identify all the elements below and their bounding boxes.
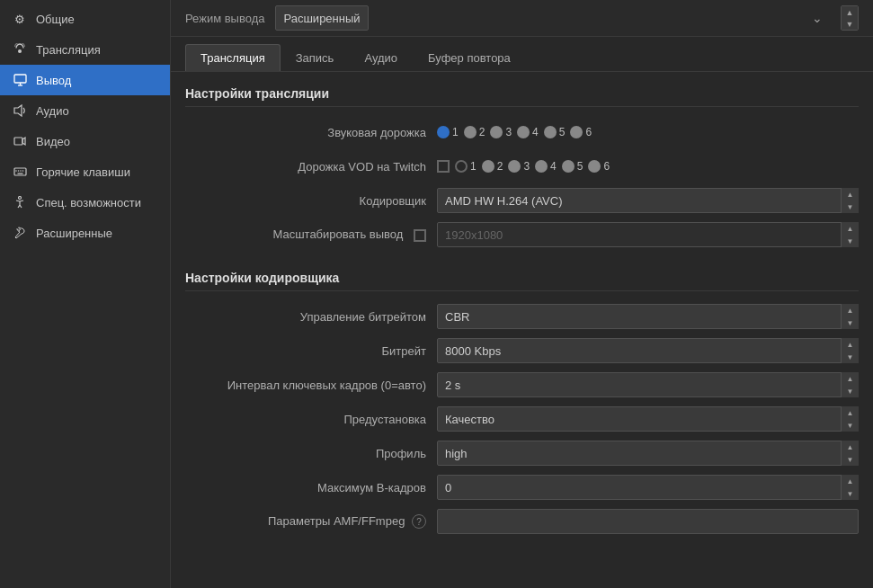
encoder-row: Кодировщик AMD HW H.264 (AVC) ▲ ▼ [185,188,859,213]
output-mode-down[interactable]: ▼ [842,18,858,30]
svg-marker-6 [22,138,25,145]
broadcast-icon [13,42,27,57]
audio-radio-3[interactable] [490,126,503,138]
streaming-settings-section: Настройки трансляции Звуковая дорожка 1 … [185,86,859,247]
audio-track-control: 1 2 3 4 [437,126,859,138]
vod-track-1[interactable]: 1 [455,160,477,173]
bitrate-control-select[interactable]: CBR [437,304,859,329]
bitrate-control-spinner: ▲ ▼ [841,304,859,329]
bitrate-down[interactable]: ▼ [842,351,859,363]
preset-row: Предустановка Качество ▲ ▼ [185,406,859,432]
bitrate-input[interactable] [437,338,859,363]
scale-output-input[interactable] [437,222,859,247]
keyframe-row: Интервал ключевых кадров (0=авто) ▲ ▼ [185,372,859,397]
audio-radio-label-6: 6 [585,126,592,138]
vod-radio-6[interactable] [588,160,601,173]
keyframe-up[interactable]: ▲ [842,372,859,385]
sidebar-item-accessibility[interactable]: Спец. возможности [0,187,170,218]
sidebar-item-audio[interactable]: Аудио [0,95,170,126]
max-b-input[interactable] [437,475,859,500]
bitrate-control-row: Управление битрейтом CBR ▲ ▼ [185,304,859,329]
output-mode-wrapper: Расширенный Простой [275,5,830,31]
bitrate-spinner: ▲ ▼ [841,338,859,363]
encoder-down[interactable]: ▼ [842,200,859,213]
audio-radio-label-4: 4 [532,126,539,138]
bitrate-control-down[interactable]: ▼ [842,316,859,329]
bitrate-control-up[interactable]: ▲ [842,304,859,316]
vod-radio-4[interactable] [535,160,548,173]
keyframe-control: ▲ ▼ [437,372,859,397]
audio-radio-6[interactable] [570,126,583,138]
audio-track-3[interactable]: 3 [490,126,512,138]
svg-point-13 [19,197,22,200]
main-content: Режим вывода Расширенный Простой ▲ ▼ Тра… [171,0,873,588]
vod-radio-3[interactable] [508,160,521,173]
tab-bufer[interactable]: Буфер повтора [413,44,526,71]
audio-radio-label-3: 3 [505,126,512,138]
audio-track-5[interactable]: 5 [544,126,566,138]
scale-output-control: ▲ ▼ [437,222,859,247]
scale-output-checkbox[interactable] [414,229,426,242]
profile-select[interactable]: high [437,441,859,466]
keyframe-input[interactable] [437,372,859,397]
audio-radio-label-2: 2 [479,126,485,138]
audio-radio-5[interactable] [544,126,557,138]
profile-down[interactable]: ▼ [842,453,859,466]
vod-checkbox[interactable] [437,160,450,173]
amf-help-icon[interactable]: ? [412,514,426,529]
sidebar-item-hotkeys[interactable]: Горячие клавиши [0,156,170,187]
audio-radio-label-1: 1 [452,126,459,138]
encoder-up[interactable]: ▲ [842,188,859,200]
audio-track-6[interactable]: 6 [570,126,592,138]
audio-radio-4[interactable] [517,126,530,138]
vod-track-3[interactable]: 3 [508,160,530,173]
encoder-settings-title: Настройки кодировщика [185,271,859,291]
max-b-label: Максимум B-кадров [185,481,437,494]
keyframe-spinner: ▲ ▼ [841,372,859,397]
audio-track-2[interactable]: 2 [464,126,485,138]
encoder-settings-section: Настройки кодировщика Управление битрейт… [185,271,859,534]
vod-track-2[interactable]: 2 [482,160,503,173]
audio-track-1[interactable]: 1 [437,126,459,138]
vod-track-6[interactable]: 6 [588,160,610,173]
profile-spinner: ▲ ▼ [841,441,859,466]
amf-input[interactable] [437,509,859,534]
sidebar-item-video[interactable]: Видео [0,126,170,156]
preset-down[interactable]: ▼ [842,419,859,432]
bitrate-up[interactable]: ▲ [842,338,859,351]
scale-output-up[interactable]: ▲ [842,222,859,235]
sidebar-item-advanced[interactable]: Расширенные [0,218,170,248]
audio-track-radios: 1 2 3 4 [437,126,859,138]
keyframe-down[interactable]: ▼ [842,385,859,397]
output-mode-up[interactable]: ▲ [842,6,858,18]
scale-output-down[interactable]: ▼ [842,235,859,247]
output-mode-select[interactable]: Расширенный Простой [275,5,369,31]
profile-up[interactable]: ▲ [842,441,859,453]
sidebar-item-translyatsiya[interactable]: Трансляция [0,34,170,65]
tab-audio[interactable]: Аудио [349,44,413,71]
vod-track-4[interactable]: 4 [535,160,557,173]
keyframe-label: Интервал ключевых кадров (0=авто) [185,379,437,392]
audio-radio-2[interactable] [464,126,477,138]
vod-track-label: Дорожка VOD на Twitch [185,160,437,174]
preset-up[interactable]: ▲ [842,406,859,419]
max-b-down[interactable]: ▼ [842,487,859,500]
sidebar-item-obshchie[interactable]: ⚙ Общие [0,4,170,34]
vod-radio-1[interactable] [455,160,468,173]
tab-zapis[interactable]: Запись [281,44,350,71]
tab-translyatsiya[interactable]: Трансляция [185,44,281,71]
vod-radio-label-4: 4 [550,160,557,173]
encoder-select[interactable]: AMD HW H.264 (AVC) [437,188,859,213]
max-b-up[interactable]: ▲ [842,475,859,487]
audio-track-4[interactable]: 4 [517,126,539,138]
preset-select[interactable]: Качество [437,406,859,432]
vod-radio-5[interactable] [562,160,575,173]
audio-track-label: Звуковая дорожка [185,126,437,139]
bitrate-control: ▲ ▼ [437,338,859,363]
audio-radio-1[interactable] [437,126,450,138]
vod-radio-2[interactable] [482,160,494,173]
sidebar-item-vyvod[interactable]: Вывод [0,65,170,95]
top-bar: Режим вывода Расширенный Простой ▲ ▼ [171,0,873,37]
vod-track-5[interactable]: 5 [562,160,583,173]
profile-control: high ▲ ▼ [437,441,859,466]
